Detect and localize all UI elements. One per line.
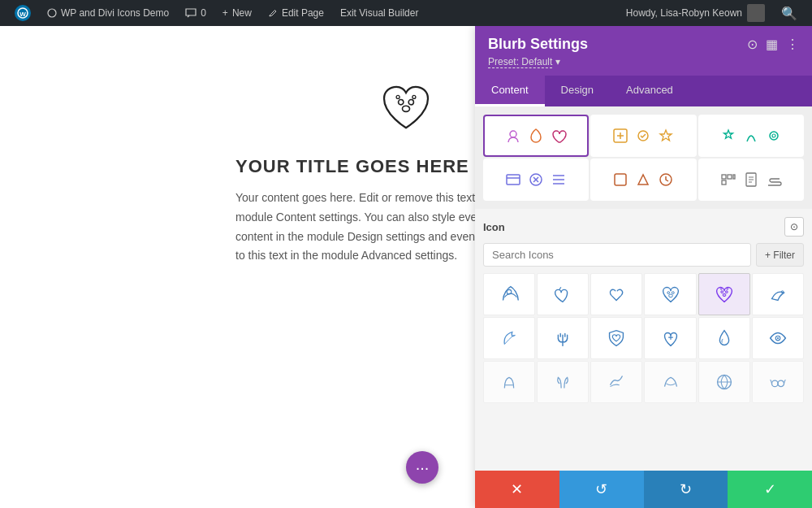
panel-body[interactable]: Icon ⊙ + Filter	[475, 106, 812, 471]
icon-cell-drop[interactable]	[698, 317, 750, 359]
svg-point-30	[727, 289, 728, 290]
admin-search-button[interactable]: 🔍	[773, 0, 806, 26]
icon-cell-bird[interactable]	[752, 273, 804, 315]
category-card-4[interactable]	[483, 158, 589, 201]
svg-point-2	[48, 9, 56, 17]
svg-rect-19	[733, 175, 735, 179]
icon-cell-open-hand[interactable]	[537, 317, 589, 359]
howdy-item[interactable]: Howdy, Lisa-Robyn Keown	[618, 0, 773, 26]
site-name-item[interactable]: WP and Divi Icons Demo	[39, 0, 177, 26]
wp-icon: W	[15, 5, 31, 21]
wp-logo-item[interactable]: W	[6, 0, 39, 26]
icon-cell-hand[interactable]	[537, 273, 589, 315]
category-card-2[interactable]	[590, 115, 696, 157]
edit-page-item[interactable]: Edit Page	[260, 0, 332, 26]
svg-rect-15	[615, 174, 626, 185]
svg-point-8	[510, 131, 516, 137]
admin-bar: W WP and Divi Icons Demo 0 + New Edit Pa…	[0, 0, 812, 26]
exit-builder-item[interactable]: Exit Visual Builder	[332, 0, 427, 26]
category-card-1[interactable]	[483, 115, 589, 157]
panel-header: Blurb Settings ⊙ ▦ ⋮ Preset: Default ▾	[475, 26, 812, 76]
svg-rect-20	[722, 180, 726, 185]
svg-rect-13	[507, 175, 520, 185]
svg-point-4	[408, 100, 413, 105]
cancel-button[interactable]: ✕	[475, 471, 559, 508]
svg-point-25	[668, 294, 672, 297]
admin-bar-right: Howdy, Lisa-Robyn Keown 🔍	[618, 0, 806, 26]
icon-cell-hands[interactable]	[590, 273, 642, 315]
panel-grid-icon[interactable]: ▦	[766, 37, 778, 52]
svg-point-36	[778, 380, 784, 387]
icon-cell-globe[interactable]	[698, 361, 750, 403]
icon-grid	[483, 273, 804, 403]
svg-point-35	[771, 380, 778, 387]
icon-section-label: Icon	[483, 221, 505, 233]
blurb-settings-panel: Blurb Settings ⊙ ▦ ⋮ Preset: Default ▾ C…	[475, 26, 812, 508]
redo-button[interactable]: ↻	[644, 471, 728, 508]
category-card-5[interactable]	[590, 158, 696, 201]
svg-text:W: W	[19, 11, 26, 18]
avatar	[747, 4, 765, 22]
confirm-button[interactable]: ✓	[728, 471, 812, 508]
icon-cell-partial-2[interactable]	[537, 361, 589, 403]
icon-cell-heart-drop[interactable]	[644, 317, 696, 359]
search-filter-row: + Filter	[483, 243, 804, 267]
icon-cell-partial-4[interactable]	[644, 361, 696, 403]
panel-target-icon[interactable]: ⊙	[747, 37, 758, 52]
svg-point-28	[723, 293, 726, 296]
svg-rect-17	[722, 175, 726, 179]
tab-advanced[interactable]: Advanced	[610, 76, 689, 106]
svg-point-7	[412, 95, 416, 98]
svg-point-24	[672, 292, 674, 294]
floating-action-button[interactable]: ···	[406, 451, 438, 484]
svg-point-27	[725, 291, 728, 293]
search-input[interactable]	[483, 243, 751, 267]
panel-header-icons: ⊙ ▦ ⋮	[747, 37, 799, 52]
panel-preset: Preset: Default ▾	[488, 56, 799, 67]
icon-cell-partial-1[interactable]	[483, 361, 535, 403]
tab-content[interactable]: Content	[475, 76, 545, 106]
icon-cell-feather[interactable]	[483, 317, 535, 359]
undo-button[interactable]: ↺	[559, 471, 644, 508]
icon-cell-shield-heart[interactable]	[590, 317, 642, 359]
filter-button[interactable]: + Filter	[756, 243, 804, 267]
panel-actions: ✕ ↺ ↻ ✓	[475, 471, 812, 508]
panel-more-icon[interactable]: ⋮	[786, 37, 799, 52]
new-item[interactable]: + New	[214, 0, 260, 26]
svg-rect-18	[728, 175, 732, 179]
svg-point-12	[772, 134, 775, 137]
icon-cell-heart-paw[interactable]	[644, 273, 696, 315]
icon-section-header: Icon ⊙	[483, 217, 804, 237]
category-card-3[interactable]	[698, 115, 804, 157]
tab-design[interactable]: Design	[545, 76, 610, 106]
comments-item[interactable]: 0	[177, 0, 214, 26]
icon-cell-eye-leaf[interactable]	[752, 317, 804, 359]
icon-cell-glasses[interactable]	[752, 361, 804, 403]
svg-point-23	[667, 292, 669, 294]
icon-section: Icon ⊙ + Filter	[475, 209, 812, 411]
category-card-6[interactable]	[698, 158, 804, 201]
icon-cell-cat[interactable]	[483, 273, 535, 315]
icon-cell-partial-3[interactable]	[590, 361, 642, 403]
svg-point-3	[399, 100, 404, 105]
svg-point-33	[777, 337, 779, 339]
panel-tabs: Content Design Advanced	[475, 76, 812, 106]
svg-point-11	[770, 132, 778, 140]
panel-title: Blurb Settings	[488, 36, 588, 53]
svg-point-6	[396, 95, 400, 98]
svg-point-26	[721, 291, 723, 293]
icon-categories	[475, 106, 812, 209]
icon-focus-button[interactable]: ⊙	[784, 217, 804, 237]
icon-cell-heart-paw-2[interactable]	[698, 273, 750, 315]
svg-point-5	[403, 106, 410, 111]
svg-point-29	[720, 289, 722, 290]
blurb-icon-preview	[374, 75, 438, 140]
